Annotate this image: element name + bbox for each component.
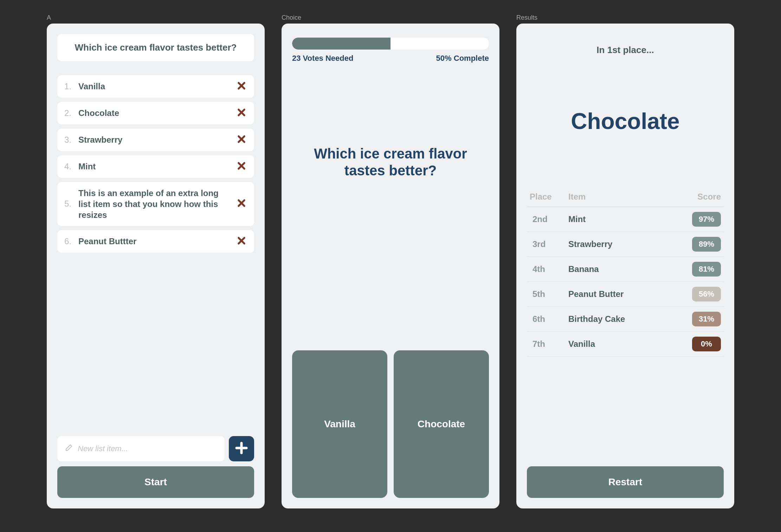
- question-card: Which ice cream flavor tastes better?: [57, 34, 254, 61]
- results-table: Place Item Score 2ndMint97%3rdStrawberry…: [527, 187, 724, 357]
- results-score-cell: 81%: [682, 262, 721, 277]
- score-pill: 97%: [692, 212, 721, 227]
- results-row: 6thBirthday Cake31%: [527, 307, 724, 332]
- list-item-number: 4.: [64, 162, 74, 171]
- list-item-text: This is an example of an extra long list…: [78, 188, 232, 221]
- results-item: Peanut Butter: [568, 289, 682, 299]
- results-row: 4thBanana81%: [527, 257, 724, 282]
- list-item-text: Strawberry: [78, 134, 232, 145]
- results-score-cell: 56%: [682, 287, 721, 301]
- choice-option-right[interactable]: Chocolate: [394, 350, 489, 498]
- score-pill: 89%: [692, 237, 721, 252]
- list-item-number: 5.: [64, 199, 74, 209]
- list-item: 4.Mint: [57, 155, 254, 178]
- results-place: 2nd: [530, 214, 568, 224]
- list-builder-panel: Which ice cream flavor tastes better? 1.…: [47, 24, 265, 508]
- add-item-button[interactable]: [229, 436, 254, 461]
- results-score-cell: 0%: [682, 337, 721, 351]
- list-item-number: 1.: [64, 82, 74, 91]
- winner-name: Chocolate: [527, 108, 724, 134]
- panel-a-label: A: [47, 14, 265, 21]
- list-item: 6.Peanut Buttter: [57, 230, 254, 253]
- score-pill: 81%: [692, 262, 721, 277]
- results-place: 4th: [530, 264, 568, 274]
- progress-fill: [292, 38, 390, 50]
- results-item: Birthday Cake: [568, 314, 682, 324]
- results-place: 5th: [530, 289, 568, 299]
- list-item-number: 3.: [64, 135, 74, 145]
- results-head-score: Score: [682, 192, 721, 202]
- results-place: 6th: [530, 314, 568, 324]
- results-item: Banana: [568, 264, 682, 274]
- close-icon: [237, 198, 246, 209]
- list-item-text: Mint: [78, 161, 232, 172]
- delete-item-button[interactable]: [236, 236, 247, 247]
- list-item: 1.Vanilla: [57, 75, 254, 98]
- results-item: Mint: [568, 214, 682, 224]
- score-pill: 0%: [692, 337, 721, 351]
- close-icon: [237, 161, 246, 172]
- close-icon: [237, 134, 246, 145]
- new-item-input[interactable]: [78, 444, 218, 453]
- results-row: 7thVanilla0%: [527, 332, 724, 357]
- results-score-cell: 89%: [682, 237, 721, 252]
- delete-item-button[interactable]: [236, 161, 247, 172]
- restart-button[interactable]: Restart: [527, 466, 724, 498]
- delete-item-button[interactable]: [236, 198, 247, 209]
- results-row: 5thPeanut Butter56%: [527, 282, 724, 307]
- percent-complete-text: 50% Complete: [436, 54, 489, 63]
- results-place: 7th: [530, 339, 568, 349]
- close-icon: [237, 236, 246, 247]
- results-head-place: Place: [530, 192, 568, 202]
- delete-item-button[interactable]: [236, 134, 247, 145]
- list-item: 3.Strawberry: [57, 129, 254, 151]
- results-head-item: Item: [568, 192, 682, 202]
- list-item: 5.This is an example of an extra long li…: [57, 182, 254, 226]
- list-item-number: 6.: [64, 236, 74, 246]
- pencil-icon: [64, 444, 73, 454]
- plus-icon: [234, 441, 249, 457]
- results-score-cell: 97%: [682, 212, 721, 227]
- delete-item-button[interactable]: [236, 81, 247, 92]
- results-row: 3rdStrawberry89%: [527, 232, 724, 257]
- list-item: 2.Chocolate: [57, 102, 254, 124]
- winner-intro: In 1st place...: [527, 45, 724, 56]
- choice-panel: 23 Votes Needed 50% Complete Which ice c…: [282, 24, 499, 508]
- new-item-input-wrap[interactable]: [57, 436, 225, 461]
- choice-option-left[interactable]: Vanilla: [292, 350, 387, 498]
- list-item-text: Vanilla: [78, 81, 232, 92]
- progress-bar: 23 Votes Needed 50% Complete: [292, 38, 489, 63]
- start-button[interactable]: Start: [57, 466, 254, 498]
- results-place: 3rd: [530, 239, 568, 249]
- votes-needed-text: 23 Votes Needed: [292, 54, 353, 63]
- results-panel: In 1st place... Chocolate Place Item Sco…: [516, 24, 734, 508]
- close-icon: [237, 108, 246, 119]
- results-item: Vanilla: [568, 339, 682, 349]
- results-score-cell: 31%: [682, 312, 721, 326]
- score-pill: 31%: [692, 312, 721, 326]
- delete-item-button[interactable]: [236, 108, 247, 119]
- choice-question: Which ice cream flavor tastes better?: [292, 145, 489, 179]
- close-icon: [237, 81, 246, 92]
- item-list: 1.Vanilla2.Chocolate3.Strawberry4.Mint5.…: [57, 75, 254, 253]
- list-item-text: Peanut Buttter: [78, 236, 232, 247]
- results-row: 2ndMint97%: [527, 207, 724, 232]
- panel-choice-label: Choice: [282, 14, 499, 21]
- list-item-number: 2.: [64, 108, 74, 118]
- score-pill: 56%: [692, 287, 721, 301]
- list-item-text: Chocolate: [78, 108, 232, 118]
- panel-results-label: Results: [516, 14, 734, 21]
- results-item: Strawberry: [568, 239, 682, 249]
